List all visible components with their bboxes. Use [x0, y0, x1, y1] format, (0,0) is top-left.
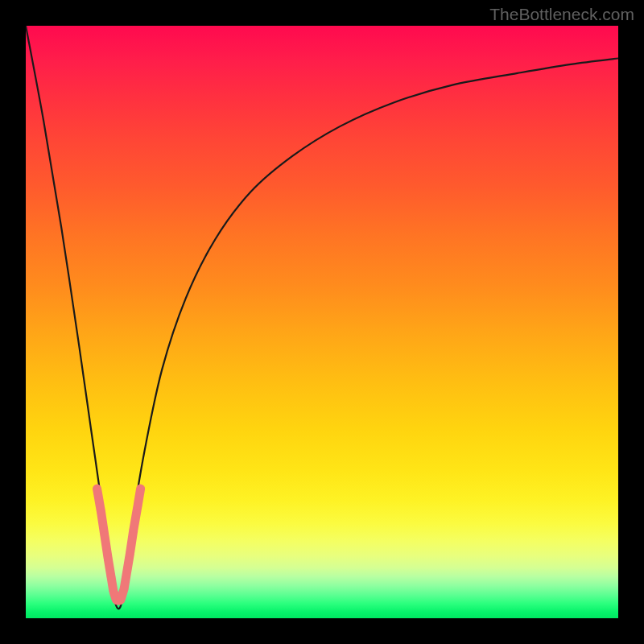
- bottleneck-curve-line: [26, 26, 618, 609]
- highlight-marker-segment: [105, 536, 108, 558]
- watermark-text: TheBottleneck.com: [489, 5, 634, 24]
- highlight-marker-segment: [124, 554, 130, 588]
- highlight-marker-segment: [97, 489, 101, 510]
- chart-svg: [26, 26, 618, 618]
- highlight-marker-segment: [134, 506, 138, 528]
- plot-area: [26, 26, 618, 618]
- highlight-marker-segment: [130, 530, 134, 552]
- chart-frame: TheBottleneck.com: [0, 0, 644, 644]
- highlight-marker-segment: [101, 513, 105, 535]
- highlight-marker-segment: [138, 489, 140, 505]
- highlight-markers-group: [97, 489, 140, 601]
